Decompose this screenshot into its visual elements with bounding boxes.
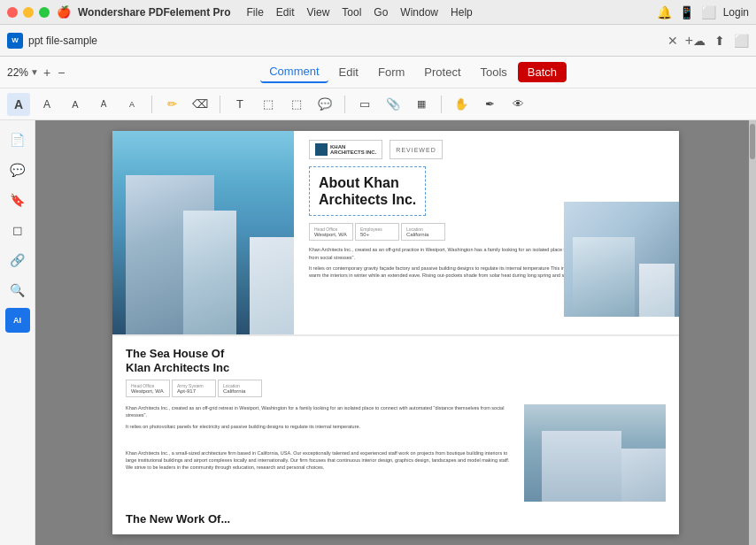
info-value-1: 50+ bbox=[360, 232, 394, 237]
tab-form[interactable]: Form bbox=[369, 62, 413, 82]
about-title-line1: About Khan bbox=[319, 174, 416, 191]
bottom-col-text: Khan Architects Inc., created as an off-… bbox=[126, 404, 513, 502]
bottom-info-value-0: Westport, WA bbox=[131, 388, 165, 394]
tab-bar: W ppt file-sample ✕ + ☁ ⬆ ⬜ bbox=[0, 25, 756, 57]
pen-tool-button[interactable]: ✒ bbox=[478, 93, 501, 116]
close-button[interactable] bbox=[7, 7, 18, 18]
title-bar: 🍎 Wondershare PDFelement Pro File Edit V… bbox=[0, 0, 756, 25]
bottom-info-cell-1: Army System Apt-917 bbox=[172, 380, 216, 397]
menu-help[interactable]: Help bbox=[445, 4, 478, 20]
company-logo-text: KHANARCHITECTS INC. bbox=[330, 144, 376, 155]
text-tool-button[interactable]: T bbox=[228, 93, 251, 116]
sidebar-icon-layers[interactable]: ◻ bbox=[5, 218, 30, 242]
table-tool-button[interactable]: ⬚ bbox=[285, 93, 308, 116]
highlight-tool-button[interactable]: ✏ bbox=[160, 93, 183, 116]
tab-comment[interactable]: Comment bbox=[260, 61, 328, 83]
sidebar-icon-comments[interactable]: 💬 bbox=[5, 157, 30, 182]
tab-label[interactable]: ppt file-sample bbox=[28, 35, 667, 47]
tab-edit[interactable]: Edit bbox=[330, 62, 367, 82]
tab-protect[interactable]: Protect bbox=[415, 62, 469, 82]
tab-add-button[interactable]: + bbox=[685, 33, 693, 49]
sidebar-icon-ai[interactable]: AI bbox=[5, 308, 30, 333]
sidebar-icon-bookmarks[interactable]: 🔖 bbox=[5, 188, 30, 212]
eraser-tool-button[interactable]: ⌫ bbox=[189, 93, 212, 116]
col-building-shape bbox=[542, 431, 621, 502]
bottom-body-text-1: Khan Architects Inc., created as an off-… bbox=[126, 404, 513, 419]
building-image-left bbox=[112, 131, 294, 334]
logo-square bbox=[315, 143, 328, 156]
zoom-in-button[interactable]: + bbox=[41, 65, 53, 80]
maximize-button[interactable] bbox=[39, 7, 50, 18]
info-value-2: California bbox=[406, 232, 440, 237]
info-cell-2: Location California bbox=[401, 223, 445, 241]
company-logo: KHANARCHITECTS INC. bbox=[309, 140, 382, 159]
rect-tool-button[interactable]: ▭ bbox=[353, 93, 376, 116]
zoom-dropdown-icon[interactable]: ▼ bbox=[30, 67, 39, 77]
zoom-out-button[interactable]: − bbox=[55, 65, 67, 80]
menu-tool[interactable]: Tool bbox=[336, 4, 366, 20]
hand-tool-button[interactable]: ✋ bbox=[450, 93, 473, 116]
page-right-content: KHANARCHITECTS INC. REVIEWED About Khan … bbox=[298, 131, 679, 291]
apple-icon: 🍎 bbox=[57, 5, 71, 19]
share-icon[interactable]: ⬜ bbox=[701, 5, 716, 19]
bottom-info-cell-2: Location California bbox=[218, 380, 262, 397]
device-icon[interactable]: 📱 bbox=[679, 5, 694, 19]
comment-tool-button[interactable]: 💬 bbox=[313, 93, 336, 116]
scrollbar[interactable] bbox=[749, 120, 756, 545]
menu-file[interactable]: File bbox=[242, 4, 269, 20]
bottom-body-text-3: Khan Architects Inc., a small-sized arch… bbox=[126, 449, 513, 472]
menu-go[interactable]: Go bbox=[368, 4, 393, 20]
section-title: The Sea House OfKlan Architects Inc bbox=[126, 347, 666, 374]
menu-window[interactable]: Window bbox=[395, 4, 444, 20]
sidebar-icon-search[interactable]: 🔍 bbox=[5, 278, 30, 303]
footer-title: The New Work Of... bbox=[126, 512, 666, 526]
sidebar-icon-pages[interactable]: 📄 bbox=[5, 127, 30, 152]
main-toolbar: 22% ▼ + − Comment Edit Form Protect Tool… bbox=[0, 57, 756, 88]
font-style-bold-button[interactable]: A bbox=[7, 93, 30, 116]
expand-icon[interactable]: ⬜ bbox=[734, 34, 749, 48]
menu-view[interactable]: View bbox=[302, 4, 336, 20]
sub-toolbar: A A A A A ✏ ⌫ T ⬚ ⬚ 💬 ▭ 📎 ▦ ✋ ✒ 👁 bbox=[0, 88, 756, 120]
app-name: Wondershare PDFelement Pro bbox=[78, 6, 231, 19]
tab-right-icons: ☁ ⬆ ⬜ bbox=[693, 34, 749, 48]
page-footer-section: The New Work Of... bbox=[112, 512, 679, 533]
main-content: 📄 💬 🔖 ◻ 🔗 🔍 AI bbox=[0, 120, 756, 545]
separator-4 bbox=[441, 96, 442, 113]
stamp-tool-button[interactable]: ▦ bbox=[410, 93, 433, 116]
tab-close-button[interactable]: ✕ bbox=[667, 34, 678, 48]
zoom-control: 22% ▼ + − bbox=[7, 65, 67, 80]
pdf-page: KHANARCHITECTS INC. REVIEWED About Khan … bbox=[112, 131, 679, 534]
tab-tools[interactable]: Tools bbox=[472, 62, 516, 82]
two-col-layout: Khan Architects Inc., created as an off-… bbox=[126, 404, 666, 502]
page-bottom-section: The Sea House OfKlan Architects Inc Head… bbox=[112, 336, 679, 512]
font-style-a1-button[interactable]: A bbox=[35, 93, 58, 116]
attach-tool-button[interactable]: 📎 bbox=[382, 93, 405, 116]
font-style-a3-button[interactable]: A bbox=[92, 93, 115, 116]
title-bar-right: 🔔 📱 ⬜ Login bbox=[657, 5, 749, 19]
info-value-0: Westport, WA bbox=[314, 232, 348, 237]
notification-icon[interactable]: 🔔 bbox=[657, 5, 672, 19]
cloud-icon[interactable]: ☁ bbox=[693, 34, 706, 48]
scroll-thumb[interactable] bbox=[750, 124, 755, 159]
bottom-col-image bbox=[524, 404, 666, 502]
bottom-info-value-2: California bbox=[223, 388, 257, 394]
callout-tool-button[interactable]: ⬚ bbox=[257, 93, 280, 116]
bottom-body-text-2: It relies on photovoltaic panels for ele… bbox=[126, 423, 513, 430]
upload-icon[interactable]: ⬆ bbox=[714, 34, 725, 48]
sidebar-icon-links[interactable]: 🔗 bbox=[5, 248, 30, 272]
font-style-a4-button[interactable]: A bbox=[120, 93, 143, 116]
page-top-section: KHANARCHITECTS INC. REVIEWED About Khan … bbox=[112, 131, 679, 334]
zoom-value: 22% bbox=[7, 66, 28, 79]
preview-tool-button[interactable]: 👁 bbox=[506, 93, 529, 116]
separator-1 bbox=[151, 96, 152, 113]
header-logos: KHANARCHITECTS INC. REVIEWED bbox=[309, 140, 668, 159]
tab-batch[interactable]: Batch bbox=[518, 62, 567, 82]
building-image-right bbox=[564, 202, 679, 317]
document-area: KHANARCHITECTS INC. REVIEWED About Khan … bbox=[35, 120, 756, 545]
login-button[interactable]: Login bbox=[723, 6, 749, 19]
font-style-a2-button[interactable]: A bbox=[64, 93, 87, 116]
menu-edit[interactable]: Edit bbox=[271, 4, 300, 20]
about-title-box: About Khan Architects Inc. bbox=[309, 166, 426, 216]
separator-2 bbox=[220, 96, 220, 113]
minimize-button[interactable] bbox=[23, 7, 34, 18]
